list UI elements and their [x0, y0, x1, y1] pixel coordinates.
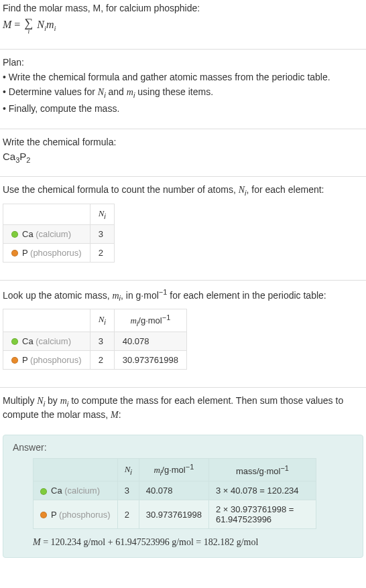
plan-bullet-2: Determine values for Ni and mi using the…	[3, 86, 363, 100]
blank-header	[3, 204, 90, 224]
table-header-row: Ni mi/g·mol−1	[3, 309, 187, 332]
mi-value: 40.078	[139, 482, 208, 500]
element-name: (calcium)	[64, 486, 100, 496]
multiply-text: Multiply Ni by mi to compute the mass fo…	[3, 394, 363, 423]
chem-formula-heading: Write the chemical formula:	[3, 136, 363, 149]
multiply-by: by	[45, 395, 60, 406]
dot-icon	[40, 512, 47, 518]
final-text: = 120.234 g/mol + 61.947523996 g/mol = 1…	[43, 537, 258, 547]
intro-text: Find the molar mass, M, for calcium phos…	[3, 2, 363, 15]
dot-icon	[11, 231, 18, 238]
table-row: P (phosphorus) 2 30.973761998	[3, 350, 187, 369]
chem-formula-section: Write the chemical formula: Ca3P2	[0, 136, 366, 171]
colon: :	[119, 409, 121, 420]
table-row: P (phosphorus) 2	[3, 243, 115, 262]
multiply-section: Multiply Ni by mi to compute the mass fo…	[0, 394, 366, 431]
col-mass-header: mass/g·mol−1	[208, 459, 316, 482]
answer-label: Answer:	[13, 442, 353, 453]
col-ni-header: Ni	[117, 459, 139, 482]
count-section: Use the chemical formula to count the nu…	[0, 183, 366, 274]
ni-value: 2	[90, 350, 114, 369]
col-mi-header: mi/g·mol−1	[114, 309, 186, 332]
dot-icon	[11, 357, 18, 364]
element-name: (calcium)	[36, 229, 71, 239]
plan-b2-post: using these items.	[135, 86, 213, 97]
dot-icon	[11, 338, 18, 345]
table-row: Ca (calcium) 3 40.078	[3, 332, 187, 350]
answer-box: Answer: Ni mi/g·mol−1 mass/g·mol−1 Ca (c…	[3, 435, 363, 558]
lookup-heading-post: for each element in the periodic table:	[167, 289, 326, 300]
lookup-heading-pre: Look up the atomic mass,	[3, 289, 112, 300]
sigma-symbol: ∑i	[24, 17, 33, 34]
mass-value: 3 × 40.078 = 120.234	[208, 482, 316, 500]
dot-icon	[11, 250, 18, 256]
formula-m: m	[46, 19, 54, 30]
lookup-section: Look up the atomic mass, mi, in g·mol−1 …	[0, 287, 366, 382]
answer-table: Ni mi/g·mol−1 mass/g·mol−1 Ca (calcium) …	[33, 458, 316, 529]
subscript-2: 2	[26, 156, 30, 164]
element-symbol: P	[22, 355, 27, 365]
table-row: Ca (calcium) 3	[3, 224, 115, 243]
var-M: M	[111, 410, 119, 420]
var-N: N	[37, 396, 43, 406]
ni-value: 2	[117, 500, 139, 529]
table-header-row: Ni	[3, 204, 115, 224]
ni-value: 2	[90, 243, 114, 262]
molar-mass-formula: M = ∑i Nimi	[3, 17, 363, 34]
plan-section: Plan: Write the chemical formula and gat…	[0, 56, 366, 123]
count-table: Ni Ca (calcium) 3 P (phosphorus) 2	[3, 204, 115, 263]
var-N: N	[98, 87, 104, 97]
exp-neg1: −1	[159, 288, 168, 296]
page-root: Find the molar mass, M, for calcium phos…	[0, 2, 366, 558]
lookup-table: Ni mi/g·mol−1 Ca (calcium) 3 40.078 P (p…	[3, 309, 187, 370]
mass-value: 2 × 30.973761998 = 61.947523996	[208, 500, 316, 529]
count-heading-post: , for each element:	[247, 184, 324, 195]
final-result: M = 120.234 g/mol + 61.947523996 g/mol =…	[33, 537, 353, 548]
mi-value: 30.973761998	[139, 500, 208, 529]
element-name: (calcium)	[36, 336, 71, 346]
element-cell-p: P (phosphorus)	[3, 350, 90, 369]
blank-header	[34, 459, 118, 482]
subscript-i: i	[54, 24, 56, 32]
mi-value: 30.973761998	[114, 350, 186, 369]
element-symbol: Ca	[22, 229, 34, 239]
divider	[0, 280, 366, 281]
element-ca: Ca	[3, 151, 15, 162]
ni-value: 3	[117, 482, 139, 500]
var-N: N	[239, 185, 245, 195]
var-m: m	[112, 290, 119, 300]
plan-bullet-1: Write the chemical formula and gather at…	[3, 71, 363, 84]
mi-value: 40.078	[114, 332, 186, 350]
dot-icon	[40, 488, 47, 495]
element-symbol: P	[51, 510, 56, 520]
chem-formula: Ca3P2	[3, 151, 363, 164]
answer-content: Ni mi/g·mol−1 mass/g·mol−1 Ca (calcium) …	[13, 458, 353, 548]
lookup-heading: Look up the atomic mass, mi, in g·mol−1 …	[3, 287, 363, 303]
element-cell-ca: Ca (calcium)	[3, 224, 90, 243]
element-p: P	[19, 151, 26, 162]
var-m: m	[60, 396, 67, 406]
element-symbol: Ca	[51, 486, 62, 496]
element-cell-ca: Ca (calcium)	[3, 332, 90, 350]
element-symbol: Ca	[22, 336, 34, 346]
formula-N: N	[37, 19, 44, 30]
element-cell-ca: Ca (calcium)	[34, 482, 118, 500]
plan-b2-and: and	[106, 86, 127, 97]
divider	[0, 176, 366, 177]
table-row: P (phosphorus) 2 30.973761998 2 × 30.973…	[34, 500, 316, 529]
element-cell-p: P (phosphorus)	[3, 243, 90, 262]
intro-section: Find the molar mass, M, for calcium phos…	[0, 2, 366, 44]
formula-M: M	[3, 19, 11, 30]
ni-value: 3	[90, 332, 114, 350]
col-ni-header: Ni	[90, 204, 114, 224]
count-heading-pre: Use the chemical formula to count the nu…	[3, 184, 239, 195]
multiply-pre: Multiply	[3, 395, 37, 406]
intro-line: Find the molar mass, M, for calcium phos…	[3, 3, 200, 13]
plan-b2-pre: Determine values for	[9, 86, 98, 97]
divider	[0, 129, 366, 129]
element-cell-p: P (phosphorus)	[34, 500, 118, 529]
var-m: m	[127, 87, 133, 97]
col-ni-header: Ni	[90, 309, 114, 332]
plan-heading: Plan:	[3, 56, 363, 69]
blank-header	[3, 309, 90, 332]
